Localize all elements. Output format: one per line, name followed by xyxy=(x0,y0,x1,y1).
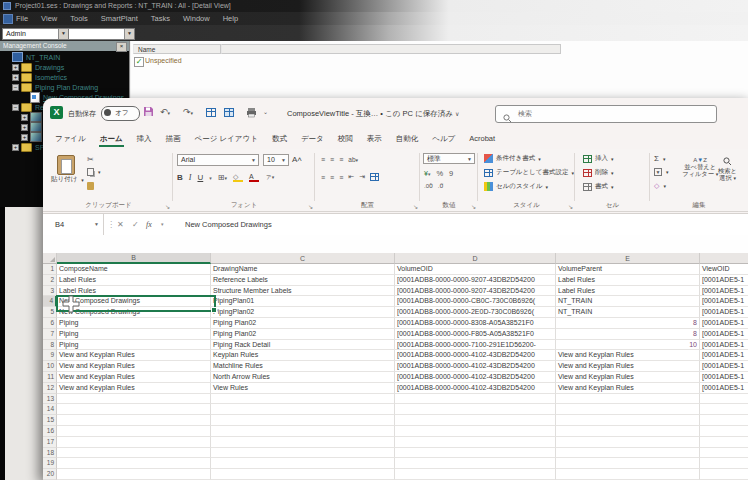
col-header-D[interactable]: D xyxy=(395,253,556,264)
tree-item-piping-plan-drawing[interactable]: −Piping Plan Drawing xyxy=(0,82,129,92)
italic-button[interactable]: I xyxy=(189,173,192,182)
cell-C16[interactable] xyxy=(211,426,395,437)
undo-button[interactable]: ↶▾ xyxy=(160,106,170,120)
tab-item[interactable]: 描画 xyxy=(159,128,188,149)
fill-color-button[interactable]: ◇ xyxy=(233,173,243,182)
chevron-down-icon[interactable]: ▼ xyxy=(124,29,134,39)
gridlines-button[interactable] xyxy=(206,108,216,121)
number-dialog-launcher[interactable]: ↘ xyxy=(471,203,476,210)
cell-D13[interactable] xyxy=(395,394,556,405)
cell-E10[interactable]: View and Keyplan Rules xyxy=(556,361,700,372)
cell-E20[interactable] xyxy=(556,469,700,480)
chevron-down-icon[interactable]: ▼ xyxy=(58,29,68,39)
cell-D17[interactable] xyxy=(395,437,556,448)
save-button[interactable] xyxy=(143,106,154,121)
cell-E12[interactable]: View and Keyplan Rules xyxy=(556,383,700,394)
cell-D18[interactable] xyxy=(395,448,556,459)
increase-indent-button[interactable]: ⇥ xyxy=(359,173,366,181)
delete-cells-button[interactable]: 削除▾ xyxy=(583,168,614,177)
chevron-down-icon[interactable]: ▾ xyxy=(209,175,212,181)
cell-F1[interactable]: ViewOID xyxy=(700,264,748,275)
row-header-11[interactable]: 11 xyxy=(43,372,57,383)
cell-F4[interactable]: [0001ADE5-1 xyxy=(700,296,748,307)
cell-C14[interactable] xyxy=(211,404,395,415)
cell-D9[interactable]: [0001ADB8-0000-0000-4102-43DB2D54200 xyxy=(395,350,556,361)
name-column-header[interactable]: Name xyxy=(133,44,221,54)
cell-C18[interactable] xyxy=(211,448,395,459)
filter-dropdown[interactable]: ▼ xyxy=(68,28,135,40)
align-right-button[interactable]: ≡ xyxy=(339,174,344,181)
cell-E5[interactable]: NT_TRAIN xyxy=(556,307,700,318)
borders-button[interactable]: ⊞▾ xyxy=(218,173,227,182)
align-top-button[interactable]: ≡ xyxy=(321,156,326,163)
name-box[interactable]: B4 ▼ xyxy=(48,214,104,236)
cell-D15[interactable] xyxy=(395,415,556,426)
tab-item[interactable]: ファイル xyxy=(48,128,93,149)
cell-E2[interactable]: Label Rules xyxy=(556,275,700,286)
col-header-F[interactable]: F xyxy=(700,253,748,264)
row-header-13[interactable]: 13 xyxy=(43,394,57,405)
cell-D16[interactable] xyxy=(395,426,556,437)
cell-D3[interactable]: [0001ADB8-0000-0000-9207-43DB2D54200 xyxy=(395,286,556,297)
cell-E16[interactable] xyxy=(556,426,700,437)
tab-item[interactable]: 数式 xyxy=(265,128,294,149)
cell-F11[interactable]: [0001ADE5-1 xyxy=(700,372,748,383)
tab-item[interactable]: データ xyxy=(294,128,331,149)
cell-D5[interactable]: [0001ADB8-0000-0000-2E0D-730C0B6926( xyxy=(395,307,556,318)
paste-button[interactable]: 貼り付け▾ xyxy=(51,175,84,184)
cell-B7[interactable]: Piping xyxy=(57,329,211,340)
col-header-E[interactable]: E xyxy=(556,253,700,264)
format-as-table-button[interactable]: テーブルとして書式設定▾ xyxy=(484,168,574,177)
cell-F3[interactable]: [0001ADE5-1 xyxy=(700,286,748,297)
cell-B4[interactable]: New Composed Drawings xyxy=(57,296,211,307)
cell-F7[interactable]: [0001ADE5-1 xyxy=(700,329,748,340)
row-header-8[interactable]: 8 xyxy=(43,340,57,351)
cell-B9[interactable]: View and Keyplan Rules xyxy=(57,350,211,361)
cell-F6[interactable]: [0001ADE5-1 xyxy=(700,318,748,329)
cell-C15[interactable] xyxy=(211,415,395,426)
cell-B3[interactable]: Label Rules xyxy=(57,286,211,297)
cell-D7[interactable]: [0001ADB8-0000-0000-F805-A05A38521F0 xyxy=(395,329,556,340)
fill-button[interactable]: ▼▾ xyxy=(654,168,669,176)
cell-E8[interactable]: 10 xyxy=(556,340,700,351)
cell-F15[interactable] xyxy=(700,415,748,426)
cell-E6[interactable]: 8 xyxy=(556,318,700,329)
drag-handle-icon[interactable]: ⋮ xyxy=(107,214,115,235)
chevron-down-icon[interactable]: ∨ xyxy=(455,111,459,117)
chevron-down-icon[interactable]: ▾ xyxy=(161,214,164,235)
expander-plus-icon[interactable]: + xyxy=(12,64,19,71)
cell-F8[interactable]: [0001ADE5-1 xyxy=(700,340,748,351)
orientation-button[interactable]: ab▾ xyxy=(348,156,358,163)
cell-B17[interactable] xyxy=(57,437,211,448)
styles-dialog-launcher[interactable]: ↘ xyxy=(568,203,573,210)
row-header-19[interactable]: 19 xyxy=(43,458,57,469)
cell-D19[interactable] xyxy=(395,458,556,469)
row-header-9[interactable]: 9 xyxy=(43,350,57,361)
tab-acrobat[interactable]: Acrobat xyxy=(462,128,502,149)
row-header-4[interactable]: 4 xyxy=(43,296,57,307)
cell-F2[interactable]: [0001ADE5-1 xyxy=(700,275,748,286)
cell-B14[interactable] xyxy=(57,404,211,415)
cell-B19[interactable] xyxy=(57,458,211,469)
row-header-12[interactable]: 12 xyxy=(43,383,57,394)
expander-minus-icon[interactable]: − xyxy=(12,84,19,91)
cell-E13[interactable] xyxy=(556,394,700,405)
align-middle-button[interactable]: ≡ xyxy=(330,156,335,163)
col-header-C[interactable]: C xyxy=(211,253,395,264)
font-dialog-launcher[interactable]: ↘ xyxy=(308,203,313,210)
cell-D1[interactable]: VolumeOID xyxy=(395,264,556,275)
clear-button[interactable]: ◇▾ xyxy=(654,182,666,190)
align-left-button[interactable]: ≡ xyxy=(321,174,326,181)
cancel-entry-button[interactable]: ✕ xyxy=(117,214,124,235)
cell-B5[interactable]: New Composed Drawings xyxy=(57,307,211,318)
select-all-corner[interactable] xyxy=(43,253,57,264)
cell-F14[interactable] xyxy=(700,404,748,415)
cell-C2[interactable]: Reference Labels xyxy=(211,275,395,286)
expander-plus-icon[interactable]: + xyxy=(21,124,28,131)
font-size-dropdown[interactable]: 10▼ xyxy=(263,154,289,166)
cell-E19[interactable] xyxy=(556,458,700,469)
cell-styles-button[interactable]: セルのスタイル▾ xyxy=(484,182,548,191)
decrease-indent-button[interactable]: ⇤ xyxy=(348,173,355,181)
align-bottom-button[interactable]: ≡ xyxy=(339,156,344,163)
row-header-15[interactable]: 15 xyxy=(43,415,57,426)
